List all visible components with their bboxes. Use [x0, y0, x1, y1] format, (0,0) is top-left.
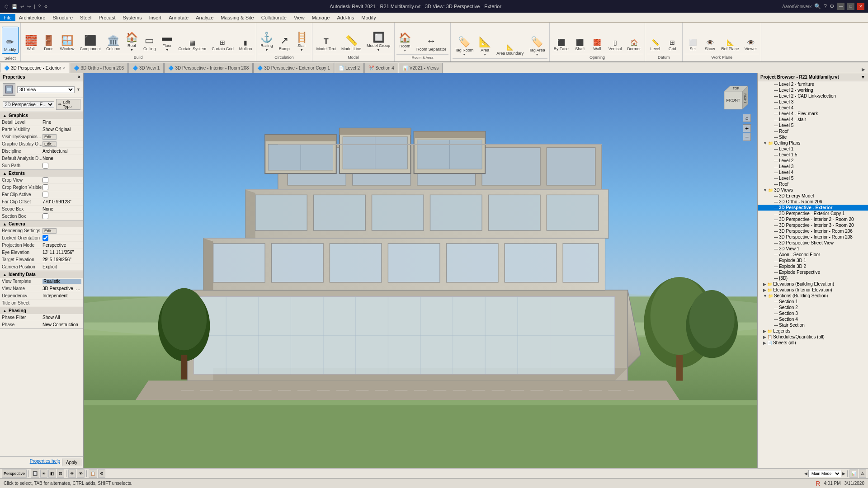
- tab-level2[interactable]: 📄 Level 2: [335, 63, 364, 73]
- pb-3d-curly[interactable]: — {3D}: [758, 275, 868, 281]
- close-btn[interactable]: ✕: [857, 3, 864, 10]
- search-icon[interactable]: 🔍: [814, 3, 821, 9]
- prop-group-extents-header[interactable]: ▲ Extents: [0, 170, 83, 177]
- menu-precast[interactable]: Precast: [95, 14, 119, 21]
- active-workset-select[interactable]: Main Model: [808, 470, 841, 477]
- ribbon-wall-btn[interactable]: 🧱 Wall: [23, 26, 39, 53]
- view-type-dropdown[interactable]: 3D Perspective - E...: [3, 101, 54, 108]
- pb-ceiling-5[interactable]: — Level 5: [758, 175, 868, 181]
- sun-path-checkbox[interactable]: [42, 163, 48, 169]
- pb-section1[interactable]: — Section 1: [758, 299, 868, 305]
- tab-v2021-views[interactable]: 📊 V2021 - Views: [399, 63, 443, 73]
- ribbon-tag-room-btn[interactable]: 🏷️ Tag Room ▼: [453, 30, 476, 57]
- pb-ceiling-3[interactable]: — Level 3: [758, 164, 868, 169]
- sun-path-btn[interactable]: ☀: [40, 469, 47, 478]
- ribbon-stair-btn[interactable]: 🪜 Stair ▼: [293, 26, 310, 53]
- ceiling-plans-expand[interactable]: ▼: [763, 141, 767, 145]
- pb-item-5[interactable]: — Level 4 - Elev-mark: [758, 111, 868, 117]
- temp-hide-btn[interactable]: 👁: [68, 469, 76, 478]
- viewport[interactable]: FRONT RIGHT TOP ⌂ + −: [84, 73, 757, 468]
- elev-bldg-expand[interactable]: ▶: [763, 282, 766, 286]
- options-icon[interactable]: ⚙: [43, 4, 49, 9]
- zoom-in-btn[interactable]: +: [743, 124, 751, 132]
- pb-stair-section[interactable]: — Stair Section: [758, 322, 868, 328]
- ribbon-model-text-btn[interactable]: T Model Text: [314, 26, 338, 53]
- menu-collaborate[interactable]: Collaborate: [258, 14, 290, 21]
- elev-int-expand[interactable]: ▶: [763, 288, 766, 292]
- pb-item-9[interactable]: — Site: [758, 134, 868, 140]
- warning-btn[interactable]: ⚠: [859, 469, 866, 478]
- menu-insert[interactable]: Insert: [146, 14, 165, 21]
- pb-3d-sheet-view[interactable]: — 3D Perspective Sheet View: [758, 240, 868, 246]
- ribbon-curtain-system-btn[interactable]: ▦ Curtain System: [176, 26, 209, 53]
- menu-structure[interactable]: Structure: [49, 14, 76, 21]
- prop-dropdown-arrow[interactable]: ▼: [76, 87, 80, 92]
- properties-apply-btn[interactable]: Apply: [62, 459, 81, 466]
- ribbon-area-boundary-btn[interactable]: 📐 Area Boundary: [494, 30, 526, 57]
- help-icon[interactable]: ?: [38, 4, 42, 9]
- undo-btn[interactable]: ↩: [19, 4, 25, 9]
- section-box-checkbox[interactable]: [42, 213, 48, 219]
- crop-btn[interactable]: ⊡: [57, 469, 64, 478]
- pb-3d-ortho-206[interactable]: — 3D Ortho - Room 206: [758, 199, 868, 205]
- pb-ceiling-plans-folder[interactable]: ▼ 📁 Ceiling Plans: [758, 140, 868, 146]
- tab-3d-perspective-interior-208[interactable]: 🔷 3D Perspective - Interior - Room 208: [164, 63, 253, 73]
- pb-legends-folder[interactable]: ▶ 📁 Legends: [758, 328, 868, 334]
- pb-item-1[interactable]: — Level 2 - working: [758, 87, 868, 93]
- prop-group-identity-header[interactable]: ▲ Identity Data: [0, 271, 83, 278]
- pb-explode-1[interactable]: — Explode 3D 1: [758, 258, 868, 263]
- properties-scroll[interactable]: ▲ Graphics Detail Level Fine Parts Visib…: [0, 112, 83, 456]
- menu-addins[interactable]: Add-Ins: [333, 14, 358, 21]
- maximize-btn[interactable]: □: [847, 3, 854, 10]
- schedules-expand[interactable]: ▶: [763, 335, 766, 339]
- ribbon-by-face-btn[interactable]: ⬛ By Face: [552, 26, 571, 53]
- menu-manage[interactable]: Manage: [308, 14, 334, 21]
- design-options-btn[interactable]: ⚙: [98, 469, 105, 478]
- ribbon-modify-btn[interactable]: ✏ Modify: [2, 27, 19, 54]
- tab-3d-ortho-room206[interactable]: 🔷 3D Ortho - Room 206: [70, 63, 128, 73]
- ribbon-grid-btn[interactable]: ⊞ Grid: [664, 26, 680, 53]
- prop-group-phasing-header[interactable]: ▲ Phasing: [0, 307, 83, 314]
- ribbon-ref-plane-btn[interactable]: 📐 Ref Plane: [719, 26, 741, 53]
- pb-item-4[interactable]: — Level 4: [758, 105, 868, 111]
- crop-region-visible-checkbox[interactable]: [42, 184, 48, 190]
- pb-3d-perspective-copy1[interactable]: — 3D Perspective - Exterior Copy 1: [758, 211, 868, 216]
- zoom-out-btn[interactable]: −: [743, 133, 751, 141]
- visual-style-btn[interactable]: 🔲: [31, 469, 39, 478]
- menu-file[interactable]: File: [0, 14, 15, 21]
- pb-ceiling-15[interactable]: — Level 1.5: [758, 152, 868, 158]
- pb-section4[interactable]: — Section 4: [758, 316, 868, 322]
- locked-orientation-checkbox[interactable]: [42, 235, 48, 241]
- ribbon-show-btn[interactable]: 👁️ Show: [702, 26, 718, 53]
- ribbon-opening-wall-btn[interactable]: 🧱 Wall: [589, 26, 605, 53]
- worksets-btn[interactable]: 📋: [89, 469, 97, 478]
- tab-section4[interactable]: ✂️ Section 4: [364, 63, 398, 73]
- tab-3d-perspective-exterior[interactable]: 🔷 3D Perspective - Exterior ×: [0, 63, 69, 73]
- minimize-btn[interactable]: —: [837, 3, 844, 10]
- zoom-home-btn[interactable]: ⌂: [743, 114, 751, 122]
- rendering-settings-edit-btn[interactable]: Edit...: [42, 228, 57, 234]
- menu-annotate[interactable]: Annotate: [165, 14, 192, 21]
- pb-axon-second[interactable]: — Axon - Second Floor: [758, 252, 868, 258]
- menu-massing[interactable]: Massing & Site: [217, 14, 257, 21]
- ribbon-room-separator-btn[interactable]: ↔ Room Separator: [414, 26, 448, 53]
- pb-sections-bldg-folder[interactable]: ▼ 📁 Sections (Building Section): [758, 293, 868, 299]
- settings-btn[interactable]: ⚙: [830, 3, 835, 9]
- pb-item-3[interactable]: — Level 3: [758, 99, 868, 105]
- pb-item-8[interactable]: — Roof: [758, 128, 868, 134]
- pb-item-6[interactable]: — Level 4 - stair: [758, 117, 868, 122]
- pb-sheets-folder[interactable]: ▶ 📄 Sheets (all): [758, 340, 868, 346]
- pb-3d-interior2-206[interactable]: — 3D Perspective - Interior 2 - Room 20: [758, 216, 868, 222]
- pb-tree[interactable]: — Level 2 - furniture — Level 2 - workin…: [758, 81, 868, 468]
- ribbon-model-line-btn[interactable]: 📏 Model Line: [339, 26, 363, 53]
- pb-ceiling-2[interactable]: — Level 2: [758, 158, 868, 164]
- sheets-expand[interactable]: ▶: [763, 341, 766, 345]
- pb-3d-interior3-206[interactable]: — 3D Perspective - Interior 3 - Room 20: [758, 222, 868, 228]
- ribbon-door-btn[interactable]: 🚪 Door: [40, 26, 57, 53]
- ribbon-level-btn[interactable]: 📏 Level: [647, 26, 663, 53]
- quick-save[interactable]: 💾: [11, 4, 18, 9]
- far-clip-active-checkbox[interactable]: [42, 192, 48, 197]
- menu-analyze[interactable]: Analyze: [192, 14, 217, 21]
- pb-3dviews-folder[interactable]: ▼ 📁 3D Views: [758, 187, 868, 193]
- prop-group-graphics-header[interactable]: ▲ Graphics: [0, 112, 83, 119]
